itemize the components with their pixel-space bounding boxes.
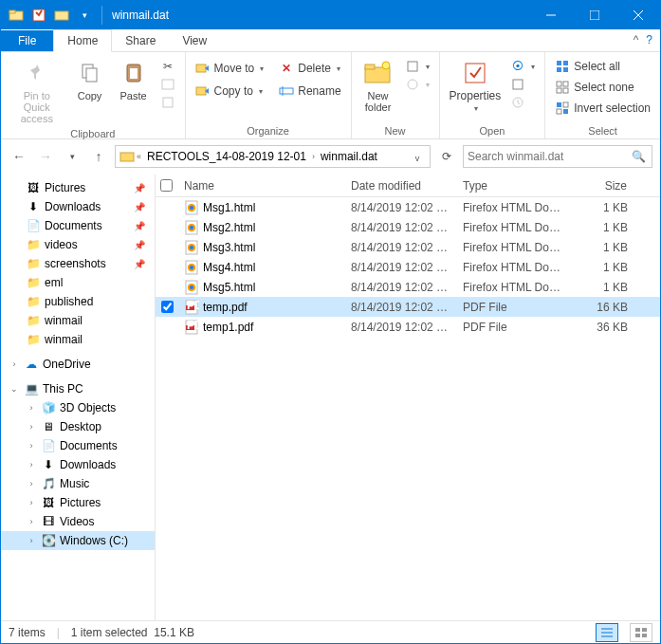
column-date[interactable]: Date modified	[345, 175, 457, 196]
column-type[interactable]: Type	[457, 175, 567, 196]
nav-desktop[interactable]: ›🖥Desktop	[1, 417, 155, 436]
titlebar: ▾ winmail.dat	[1, 1, 660, 29]
file-row[interactable]: Msg3.html8/14/2019 12:02 PMFirefox HTML …	[156, 237, 660, 257]
copy-to-button[interactable]: Copy to▾	[192, 83, 268, 100]
svg-rect-5	[590, 10, 599, 20]
qat-properties-icon[interactable]	[28, 5, 49, 26]
nav-downloads[interactable]: ⬇Downloads📌	[1, 197, 155, 216]
tab-file[interactable]: File	[1, 30, 53, 51]
nav-onedrive[interactable]: ›☁OneDrive	[1, 355, 155, 374]
nav-screenshots[interactable]: 📁screenshots📌	[1, 254, 155, 273]
column-checkbox[interactable]	[156, 175, 178, 196]
breadcrumb-seg2[interactable]: winmail.dat	[317, 150, 381, 163]
nav-published[interactable]: 📁published	[1, 292, 155, 311]
maximize-button[interactable]	[573, 1, 616, 29]
nav-downloads2[interactable]: ›⬇Downloads	[1, 455, 155, 474]
navigation-pane[interactable]: 🖼Pictures📌 ⬇Downloads📌 📄Documents📌 📁vide…	[1, 175, 156, 620]
qat-folder-icon[interactable]	[6, 5, 27, 26]
file-row[interactable]: PDFtemp.pdf8/14/2019 12:02 PMPDF File16 …	[156, 297, 660, 317]
close-button[interactable]	[616, 1, 660, 29]
breadcrumb-seg1[interactable]: RECTOOLS_14-08-2019 12-01	[143, 150, 310, 163]
forward-button[interactable]: →	[35, 146, 56, 167]
file-row[interactable]: Msg2.html8/14/2019 12:02 PMFirefox HTML …	[156, 217, 660, 237]
tab-share[interactable]: Share	[112, 30, 169, 51]
open-button[interactable]: ⦿▾	[506, 58, 539, 75]
file-date: 8/14/2019 12:02 PM	[345, 301, 457, 314]
html-icon	[184, 200, 199, 215]
tab-view[interactable]: View	[169, 30, 220, 51]
select-all-checkbox[interactable]	[160, 179, 173, 192]
nav-documents[interactable]: 📄Documents📌	[1, 216, 155, 235]
nav-this-pc[interactable]: ⌄💻This PC	[1, 379, 155, 398]
move-to-button[interactable]: Move to▾	[192, 60, 268, 77]
nav-videos-folder[interactable]: 📁videos📌	[1, 235, 155, 254]
nav-videos2[interactable]: ›🎞Videos	[1, 512, 155, 531]
paste-shortcut-button[interactable]	[156, 94, 179, 111]
nav-documents2[interactable]: ›📄Documents	[1, 436, 155, 455]
address-dropdown[interactable]: v	[407, 148, 428, 169]
details-view-button[interactable]	[596, 623, 618, 642]
recent-locations-button[interactable]: ▾	[62, 146, 83, 167]
nav-winmail2[interactable]: 📁winmail	[1, 330, 155, 349]
collapse-icon[interactable]: ⌄	[9, 384, 20, 394]
search-input[interactable]	[468, 150, 648, 163]
delete-button[interactable]: ✕Delete▾	[275, 60, 344, 77]
minimize-button[interactable]	[529, 1, 573, 29]
icons-view-button[interactable]	[630, 623, 652, 642]
file-row[interactable]: Msg5.html8/14/2019 12:02 PMFirefox HTML …	[156, 277, 660, 297]
tab-home[interactable]: Home	[53, 29, 112, 52]
group-organize-label: Organize	[192, 123, 345, 138]
nav-pictures2[interactable]: ›🖼Pictures	[1, 493, 155, 512]
file-type: Firefox HTML Doc...	[457, 201, 567, 214]
ribbon: Pin to Quick access Copy Paste ✂ Clipboa…	[1, 52, 660, 139]
pin-quick-access-button[interactable]: Pin to Quick access	[7, 56, 67, 126]
back-button[interactable]: ←	[9, 146, 29, 167]
properties-button[interactable]: Properties▾	[446, 56, 505, 117]
nav-pictures[interactable]: 🖼Pictures📌	[1, 178, 155, 197]
qat-new-folder-icon[interactable]	[51, 5, 72, 26]
search-icon[interactable]: 🔍	[632, 150, 646, 163]
row-checkbox[interactable]	[161, 301, 174, 313]
nav-3d-objects[interactable]: ›🧊3D Objects	[1, 398, 155, 417]
paste-button[interactable]: Paste	[113, 56, 155, 103]
up-button[interactable]: ↑	[88, 146, 109, 167]
copy-path-button[interactable]	[156, 76, 179, 93]
collapse-ribbon-icon[interactable]: ^	[633, 33, 639, 46]
new-folder-button[interactable]: New folder	[358, 56, 399, 115]
easy-access-button[interactable]: ▾	[401, 76, 433, 93]
file-list[interactable]: Msg1.html8/14/2019 12:02 PMFirefox HTML …	[156, 197, 660, 620]
refresh-button[interactable]: ⟳	[436, 146, 457, 167]
cut-button[interactable]: ✂	[156, 58, 179, 75]
file-row[interactable]: PDFtemp1.pdf8/14/2019 12:02 PMPDF File36…	[156, 317, 660, 337]
history-button[interactable]	[506, 94, 539, 111]
rename-button[interactable]: Rename	[275, 83, 344, 100]
invert-selection-button[interactable]: Invert selection	[551, 100, 654, 117]
select-none-button[interactable]: Select none	[551, 79, 654, 96]
copy-button[interactable]: Copy	[69, 56, 111, 103]
qat-customize-icon[interactable]: ▾	[74, 5, 95, 26]
svg-point-22	[408, 80, 417, 89]
file-row[interactable]: Msg4.html8/14/2019 12:02 PMFirefox HTML …	[156, 257, 660, 277]
edit-button[interactable]	[506, 76, 539, 93]
documents-icon: 📄	[41, 438, 56, 453]
svg-rect-21	[408, 62, 417, 71]
nav-winmail[interactable]: 📁winmail	[1, 311, 155, 330]
search-box[interactable]: 🔍	[463, 145, 652, 168]
status-item-count: 7 items	[9, 626, 46, 639]
column-name[interactable]: Name	[178, 175, 345, 196]
breadcrumb[interactable]: « RECTOOLS_14-08-2019 12-01 › winmail.da…	[115, 145, 431, 168]
file-name: Msg3.html	[203, 241, 255, 254]
file-row[interactable]: Msg1.html8/14/2019 12:02 PMFirefox HTML …	[156, 197, 660, 217]
nav-eml[interactable]: 📁eml	[1, 273, 155, 292]
new-item-button[interactable]: ▾	[401, 58, 433, 75]
file-type: PDF File	[457, 301, 567, 314]
nav-c-drive[interactable]: ›💽Windows (C:)	[1, 531, 155, 550]
column-size[interactable]: Size	[567, 175, 633, 196]
svg-rect-24	[513, 80, 523, 89]
nav-music[interactable]: ›🎵Music	[1, 474, 155, 493]
expand-icon[interactable]: ›	[9, 359, 20, 369]
file-size: 16 KB	[567, 301, 633, 314]
select-all-button[interactable]: Select all	[551, 58, 654, 75]
help-icon[interactable]: ?	[646, 33, 652, 46]
onedrive-icon: ☁	[24, 357, 39, 372]
